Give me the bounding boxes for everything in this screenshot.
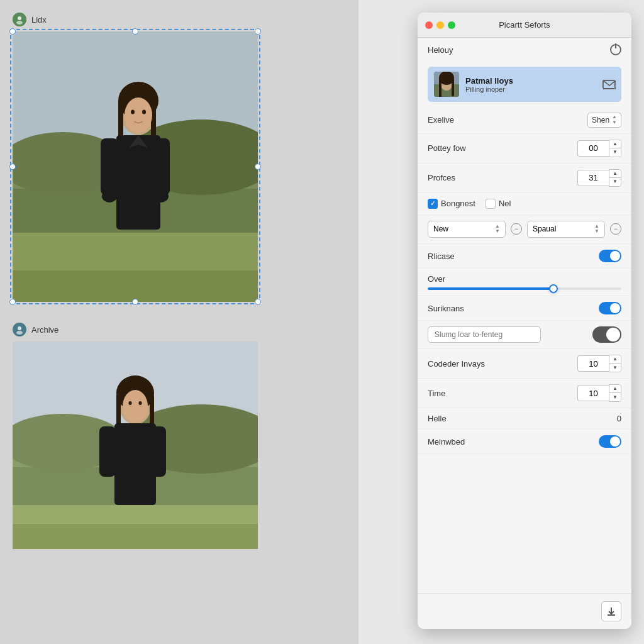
circle-minus-1[interactable]: − [511, 223, 522, 235]
svg-rect-15 [101, 138, 118, 195]
image-frame-1[interactable] [13, 31, 258, 302]
canvas-area: Lidx [0, 0, 358, 644]
layer-header-2: Archive [13, 323, 346, 336]
checkbox-item-nel[interactable]: Nel [486, 199, 511, 209]
svg-point-17 [102, 190, 117, 203]
toggle-row-meinwbed: Meinwbed [418, 430, 631, 454]
panel-title: Picartt Seforts [499, 20, 550, 30]
handle-bm[interactable] [132, 299, 138, 305]
select-exelive-value: Shen [592, 116, 609, 125]
profile-sub: Pilling inoper [465, 86, 596, 93]
label-potteyfow: Pottey fow [428, 143, 466, 153]
handle-tr[interactable] [255, 28, 261, 35]
svg-point-41 [139, 401, 142, 405]
stepper-down-time[interactable]: ▼ [609, 393, 621, 401]
input-profces[interactable] [577, 170, 609, 186]
svg-rect-48 [452, 79, 454, 96]
power-icon[interactable] [610, 44, 621, 55]
profile-row[interactable]: Patmal lloys Pilling inoper [428, 67, 621, 102]
toggle-rlicase[interactable] [599, 250, 621, 262]
layer-name-2: Archive [31, 325, 58, 335]
form-row-profces: Profces ▲ ▼ [418, 164, 631, 193]
stepper-up-time[interactable]: ▲ [609, 385, 621, 393]
select-new[interactable]: New ▲▼ [428, 221, 506, 238]
handle-mr[interactable] [255, 164, 261, 170]
input-time[interactable] [577, 385, 609, 401]
select-new-arrows: ▲▼ [495, 224, 500, 235]
layer-avatar-1 [13, 13, 26, 26]
double-select-row: New ▲▼ − Spaual ▲▼ − [418, 215, 631, 245]
slider-thumb-over[interactable] [549, 284, 558, 293]
input-codeder[interactable] [577, 355, 609, 372]
form-row-exelive: Exelive Shen ▲▼ [418, 107, 631, 134]
handle-tl[interactable] [9, 28, 16, 35]
label-suriknans: Suriknans [428, 304, 464, 313]
svg-point-25 [16, 331, 23, 335]
toggle-row-suriknans: Suriknans [418, 296, 631, 321]
label-rlicase: Rlicase [428, 252, 455, 261]
label-bongnest: Bongnest [441, 199, 475, 208]
checkbox-nel[interactable] [486, 199, 496, 209]
select-new-label: New [433, 225, 448, 233]
checkbox-row: Bongnest Nel [418, 193, 631, 215]
label-over: Over [428, 274, 621, 284]
label-nel: Nel [499, 199, 511, 208]
label-helle: Helle [428, 414, 447, 423]
profile-name: Patmal lloys [465, 76, 596, 86]
mail-icon[interactable] [602, 80, 615, 89]
maximize-button[interactable] [448, 21, 455, 29]
stepper-down-codeder[interactable]: ▼ [609, 364, 621, 372]
svg-rect-38 [150, 426, 166, 477]
checkbox-item-bongnest[interactable]: Bongnest [428, 199, 475, 209]
stepper-buttons-codeder: ▲ ▼ [609, 355, 621, 372]
stepper-up-potteyfow[interactable]: ▲ [609, 140, 621, 148]
stepper-down-potteyfow[interactable]: ▼ [609, 148, 621, 157]
stepper-profces: ▲ ▼ [577, 169, 621, 187]
stepper-potteyfow: ▲ ▼ [577, 140, 621, 157]
traffic-lights [425, 21, 455, 29]
panel-footer [418, 593, 631, 629]
svg-rect-16 [152, 138, 170, 195]
close-button[interactable] [425, 21, 433, 29]
stepper-up-profces[interactable]: ▲ [609, 170, 621, 178]
handle-br[interactable] [255, 299, 261, 305]
minimize-button[interactable] [436, 21, 444, 29]
checkbox-bongnest[interactable] [428, 199, 438, 209]
toggle-meinwbed[interactable] [599, 435, 621, 448]
canvas-image-1 [13, 31, 258, 302]
select-exelive[interactable]: Shen ▲▼ [587, 113, 621, 128]
svg-point-18 [153, 190, 169, 203]
select-spaual[interactable]: Spaual ▲▼ [527, 221, 605, 238]
slider-track-over[interactable] [428, 287, 621, 290]
handle-tm[interactable] [132, 28, 138, 35]
text-input-slumg[interactable] [428, 326, 541, 343]
select-spaual-arrows: ▲▼ [594, 224, 599, 235]
section-label: Helouy [428, 45, 453, 55]
stepper-time: ▲ ▼ [577, 384, 621, 402]
handle-ml[interactable] [9, 164, 16, 170]
layer-avatar-2 [13, 323, 26, 336]
stepper-buttons-time: ▲ ▼ [609, 384, 621, 402]
download-button[interactable] [601, 601, 621, 621]
layer-name-1: Lidx [31, 15, 47, 25]
image-frame-2[interactable] [13, 341, 258, 549]
svg-point-2 [16, 21, 23, 25]
input-potteyfow[interactable] [577, 140, 609, 157]
toggle-row-rlicase: Rlicase [418, 244, 631, 269]
layer-item-1: Lidx [13, 13, 346, 304]
handle-bl[interactable] [9, 299, 16, 305]
form-row-codeder: Codeder Invays ▲ ▼ [418, 349, 631, 379]
profile-info: Patmal lloys Pilling inoper [465, 76, 596, 93]
svg-rect-22 [13, 270, 258, 302]
toggle-dark[interactable] [592, 326, 621, 343]
svg-rect-42 [13, 524, 258, 549]
label-exelive: Exelive [428, 115, 454, 125]
stepper-down-profces[interactable]: ▼ [609, 178, 621, 186]
stepper-up-codeder[interactable]: ▲ [609, 355, 621, 364]
label-meinwbed: Meinwbed [428, 437, 465, 447]
profile-thumbnail [434, 72, 459, 97]
svg-point-24 [18, 326, 21, 330]
svg-rect-47 [439, 79, 441, 97]
toggle-suriknans[interactable] [599, 302, 621, 314]
circle-minus-2[interactable]: − [610, 223, 621, 235]
